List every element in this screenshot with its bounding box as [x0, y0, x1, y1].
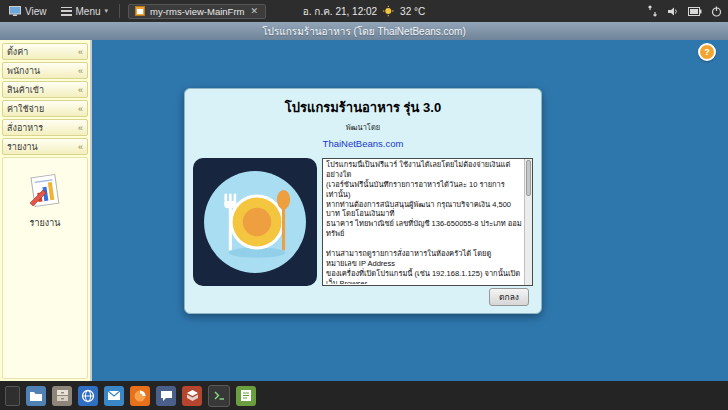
reports-shortcut[interactable]: รายงาน: [26, 172, 64, 230]
sidebar-item-label: สั่งอาหาร: [7, 121, 43, 135]
firefox-icon[interactable]: [130, 386, 150, 406]
chat-icon[interactable]: [156, 386, 176, 406]
chevron-collapse-icon: «: [78, 47, 83, 57]
chevron-collapse-icon: «: [78, 85, 83, 95]
ok-button[interactable]: ตกลง: [489, 288, 529, 306]
sidebar-item-settings[interactable]: ตั้งค่า «: [2, 43, 88, 60]
dialog-subtitle: พัฒนาโดย: [193, 121, 533, 133]
sidebar-item-label: รายงาน: [7, 140, 38, 154]
plate-fork-spoon-icon: [202, 169, 308, 275]
monitor-icon: [9, 6, 21, 17]
top-panel: View Menu ▾ my-rms-view-MainFrm ✕ อ. ก.ค…: [0, 0, 728, 22]
info-text: โปรแกรมนี้เป็นฟรีแวร์ ใช้งานได้เลยโดยไม่…: [326, 160, 522, 284]
sidebar-item-label: ตั้งค่า: [7, 45, 28, 59]
software-center-icon[interactable]: [182, 386, 202, 406]
java-app-icon: [135, 6, 145, 16]
view-menu[interactable]: View: [6, 4, 50, 19]
applications-menu[interactable]: Menu ▾: [58, 4, 112, 19]
dialog-title: โปรแกรมร้านอาหาร รุ่น 3.0: [193, 97, 533, 118]
chevron-collapse-icon: «: [78, 66, 83, 76]
archive-manager-icon[interactable]: [52, 386, 72, 406]
battery-icon[interactable]: [688, 7, 702, 16]
clock-text: อ. ก.ค. 21, 12:02: [303, 4, 377, 19]
restaurant-logo: [193, 158, 317, 286]
sidebar-item-reports[interactable]: รายงาน «: [2, 138, 88, 155]
mail-client-icon[interactable]: [104, 386, 124, 406]
sidebar-item-label: สินค้าเข้า: [7, 83, 44, 97]
file-manager-icon[interactable]: [26, 386, 46, 406]
terminal-icon[interactable]: [208, 385, 230, 407]
main-workspace: ? โปรแกรมร้านอาหาร รุ่น 3.0 พัฒนาโดย Tha…: [92, 40, 728, 381]
info-textarea[interactable]: โปรแกรมนี้เป็นฟรีแวร์ ใช้งานได้เลยโดยไม่…: [322, 158, 533, 286]
close-icon[interactable]: ✕: [250, 6, 260, 16]
web-browser-icon[interactable]: [78, 386, 98, 406]
help-button[interactable]: ?: [698, 43, 716, 61]
power-icon[interactable]: [711, 6, 722, 17]
hamburger-icon: [61, 7, 72, 16]
system-tray: [647, 5, 722, 17]
chevron-collapse-icon: «: [78, 104, 83, 114]
dialog-footer: ตกลง: [489, 286, 529, 306]
clock-area[interactable]: อ. ก.ค. 21, 12:02 32 °C: [303, 4, 425, 19]
reports-shortcut-label: รายงาน: [30, 216, 61, 230]
sidebar-item-label: พนักงาน: [7, 64, 40, 78]
chevron-collapse-icon: «: [78, 123, 83, 133]
about-dialog: โปรแกรมร้านอาหาร รุ่น 3.0 พัฒนาโดย ThaiN…: [184, 88, 542, 314]
sidebar: ตั้งค่า « พนักงาน « สินค้าเข้า « ค่าใช้จ…: [0, 40, 92, 381]
sidebar-item-expenses[interactable]: ค่าใช้จ่าย «: [2, 100, 88, 117]
website-link[interactable]: ThaiNetBeans.com: [193, 138, 533, 149]
taskbar: [0, 381, 728, 410]
app-window: ตั้งค่า « พนักงาน « สินค้าเข้า « ค่าใช้จ…: [0, 40, 728, 381]
dialog-body: โปรแกรมนี้เป็นฟรีแวร์ ใช้งานได้เลยโดยไม่…: [193, 158, 533, 286]
window-list-label: my-rms-view-MainFrm: [150, 6, 244, 17]
temperature-text: 32 °C: [400, 6, 425, 17]
sidebar-item-label: ค่าใช้จ่าย: [7, 102, 44, 116]
volume-icon[interactable]: [667, 6, 679, 17]
window-list-button[interactable]: my-rms-view-MainFrm ✕: [128, 4, 266, 19]
chevron-down-icon: ▾: [105, 7, 109, 15]
sidebar-item-order-food[interactable]: สั่งอาหาร «: [2, 119, 88, 136]
scrollbar-thumb[interactable]: [526, 160, 531, 196]
scrollbar[interactable]: [524, 159, 532, 285]
network-icon[interactable]: [647, 5, 658, 17]
question-icon: ?: [704, 47, 710, 57]
text-editor-icon[interactable]: [236, 386, 256, 406]
app-titlebar[interactable]: โปรแกรมร้านอาหาร (โดย ThaiNetBeans.com): [0, 22, 728, 40]
show-desktop-button[interactable]: [5, 386, 20, 406]
chevron-collapse-icon: «: [78, 142, 83, 152]
sidebar-item-incoming-goods[interactable]: สินค้าเข้า «: [2, 81, 88, 98]
sidebar-reports-panel: รายงาน: [2, 157, 88, 379]
panel-separator: [119, 4, 120, 18]
weather-sun-icon: [383, 6, 394, 17]
app-title: โปรแกรมร้านอาหาร (โดย ThaiNetBeans.com): [262, 24, 466, 39]
view-menu-label: View: [25, 6, 47, 17]
report-chart-icon: [26, 172, 64, 210]
sidebar-item-employees[interactable]: พนักงาน «: [2, 62, 88, 79]
applications-menu-label: Menu: [76, 6, 101, 17]
